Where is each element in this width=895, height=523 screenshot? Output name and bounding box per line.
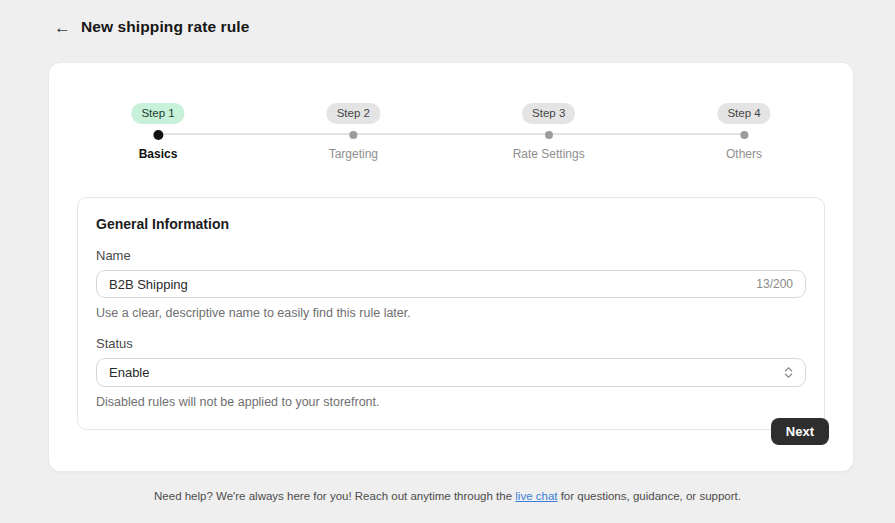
live-chat-link[interactable]: live chat bbox=[515, 490, 557, 502]
help-footer: Need help? We're always here for you! Re… bbox=[0, 490, 895, 502]
status-helper-text: Disabled rules will not be applied to yo… bbox=[96, 395, 806, 409]
back-arrow-icon[interactable]: ← bbox=[54, 19, 71, 36]
step-label: Basics bbox=[139, 147, 178, 161]
name-input[interactable] bbox=[109, 277, 748, 292]
stepper-step-others[interactable]: Step 4 Others bbox=[717, 103, 770, 161]
stepper: Step 1 Basics Step 2 Targeting Step 3 Ra… bbox=[158, 103, 744, 161]
page-title: New shipping rate rule bbox=[81, 18, 249, 36]
name-field-label: Name bbox=[96, 248, 806, 263]
step-dot bbox=[545, 131, 553, 139]
step-dot bbox=[740, 131, 748, 139]
status-select[interactable]: Enable bbox=[96, 358, 806, 387]
stepper-track bbox=[160, 133, 742, 135]
stepper-step-targeting[interactable]: Step 2 Targeting bbox=[327, 103, 380, 161]
help-text-before: Need help? We're always here for you! Re… bbox=[154, 490, 515, 502]
step-badge: Step 1 bbox=[131, 103, 184, 124]
name-input-container: 13/200 bbox=[96, 270, 806, 298]
char-counter: 13/200 bbox=[756, 277, 793, 291]
step-badge: Step 3 bbox=[522, 103, 575, 124]
actions-row: Next bbox=[771, 418, 829, 445]
main-card: Step 1 Basics Step 2 Targeting Step 3 Ra… bbox=[48, 62, 854, 472]
step-badge: Step 4 bbox=[717, 103, 770, 124]
stepper-step-basics[interactable]: Step 1 Basics bbox=[131, 103, 184, 161]
help-text-after: for questions, guidance, or support. bbox=[557, 490, 740, 502]
next-button[interactable]: Next bbox=[771, 418, 829, 445]
step-label: Others bbox=[726, 147, 762, 161]
name-helper-text: Use a clear, descriptive name to easily … bbox=[96, 306, 806, 320]
section-title: General Information bbox=[96, 216, 806, 232]
page-header: ← New shipping rate rule bbox=[0, 0, 895, 36]
step-dot bbox=[349, 131, 357, 139]
chevron-up-down-icon bbox=[784, 367, 793, 378]
step-label: Rate Settings bbox=[513, 147, 585, 161]
general-information-card: General Information Name 13/200 Use a cl… bbox=[77, 197, 825, 430]
step-label: Targeting bbox=[329, 147, 378, 161]
status-field-label: Status bbox=[96, 336, 806, 351]
status-select-value: Enable bbox=[109, 365, 149, 380]
step-badge: Step 2 bbox=[327, 103, 380, 124]
step-dot bbox=[153, 130, 163, 140]
stepper-step-rate-settings[interactable]: Step 3 Rate Settings bbox=[513, 103, 585, 161]
